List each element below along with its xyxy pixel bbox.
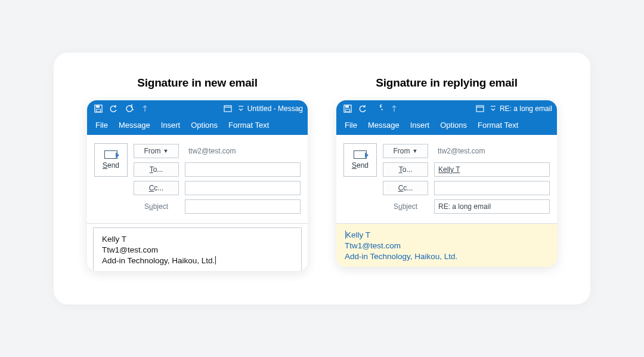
tab-message[interactable]: Message (368, 121, 400, 130)
from-button[interactable]: From▼ (383, 144, 428, 158)
up-arrow-icon[interactable] (138, 103, 151, 115)
window-icon[interactable] (221, 103, 234, 115)
tab-insert[interactable]: Insert (161, 121, 181, 130)
new-email-column: Signature in new email (87, 76, 308, 272)
tab-format-text[interactable]: Format Text (478, 121, 518, 130)
save-icon[interactable] (92, 103, 105, 115)
cc-input[interactable] (185, 181, 301, 195)
svg-rect-10 (476, 106, 484, 112)
signature-company: Add-in Technology, Haikou, Ltd. (345, 251, 549, 262)
chevron-down-icon: ▼ (163, 148, 169, 154)
header-fields: From▼ ttw2@test.com To... C (134, 143, 301, 217)
window-title: Untitled - Messag (247, 104, 303, 113)
svg-rect-2 (97, 109, 101, 112)
customize-qat-icon[interactable] (237, 103, 245, 115)
outlook-window-new: Untitled - Messag File Message Insert Op… (87, 100, 308, 272)
undo-icon[interactable] (107, 103, 120, 115)
ribbon-tabs: File Message Insert Options Format Text (87, 117, 308, 135)
compose-pane: Send From▼ ttw2@test.com To... (336, 135, 557, 223)
compose-pane: Send From▼ ttw2@test.com To... (87, 135, 308, 223)
tab-file[interactable]: File (345, 121, 357, 130)
envelope-icon (104, 150, 117, 159)
outlook-window-reply: RE: a long email File Message Insert Opt… (336, 100, 557, 267)
ribbon-tabs: File Message Insert Options Format Text (336, 117, 557, 135)
customize-qat-icon[interactable] (489, 103, 497, 115)
tab-insert[interactable]: Insert (410, 121, 430, 130)
message-body[interactable]: Kelly T Ttw1@test.com Add-in Technology,… (87, 223, 308, 272)
message-body[interactable]: Kelly T Ttw1@test.com Add-in Technology,… (336, 223, 557, 267)
svg-rect-4 (224, 106, 231, 112)
tab-file[interactable]: File (95, 121, 108, 130)
caption-new: Signature in new email (87, 76, 308, 90)
save-icon[interactable] (341, 103, 354, 115)
to-input[interactable] (434, 162, 550, 177)
subject-label: Subject (134, 199, 179, 214)
signature-block: Kelly T Ttw1@test.com Add-in Technology,… (93, 227, 302, 272)
to-button[interactable]: To... (383, 162, 428, 177)
send-label: Send (103, 161, 119, 170)
chevron-down-icon: ▼ (413, 148, 418, 154)
cc-button[interactable]: Cc... (134, 181, 179, 195)
tab-message[interactable]: Message (119, 121, 150, 130)
svg-rect-8 (345, 105, 349, 107)
titlebar: RE: a long email (336, 100, 557, 117)
text-cursor (215, 256, 216, 264)
tab-format-text[interactable]: Format Text (228, 121, 269, 130)
send-button[interactable]: Send (343, 143, 377, 177)
from-button[interactable]: From▼ (134, 144, 179, 158)
up-arrow-icon[interactable] (388, 103, 401, 115)
tab-options[interactable]: Options (191, 121, 218, 130)
comparison-card: Signature in new email (54, 53, 590, 305)
cc-input[interactable] (434, 181, 550, 195)
signature-email: Ttw1@test.com (345, 241, 549, 251)
subject-input[interactable] (185, 199, 301, 214)
signature-name: Kelly T (102, 234, 293, 245)
reply-email-column: Signature in replying email (336, 76, 557, 272)
subject-label: Subject (383, 199, 428, 214)
signature-name: Kelly T (345, 230, 549, 241)
redo-icon[interactable] (372, 103, 385, 115)
cc-button[interactable]: Cc... (383, 181, 428, 195)
signature-email: Ttw1@test.com (102, 245, 293, 256)
to-button[interactable]: To... (134, 162, 179, 177)
signature-company: Add-in Technology, Haikou, Ltd. (102, 256, 293, 266)
header-fields: From▼ ttw2@test.com To... C (383, 143, 550, 217)
tab-options[interactable]: Options (440, 121, 467, 130)
undo-icon[interactable] (357, 103, 370, 115)
svg-rect-9 (346, 109, 350, 112)
send-button[interactable]: Send (94, 143, 128, 177)
from-value: ttw2@test.com (434, 147, 550, 155)
envelope-icon (354, 150, 367, 159)
subject-input[interactable] (434, 199, 550, 214)
from-value: ttw2@test.com (185, 147, 301, 155)
redo-icon[interactable] (123, 103, 136, 115)
send-label: Send (352, 161, 369, 170)
svg-rect-1 (96, 105, 100, 107)
caption-reply: Signature in replying email (336, 76, 557, 90)
signature-block: Kelly T Ttw1@test.com Add-in Technology,… (336, 224, 557, 267)
window-title: RE: a long email (500, 104, 552, 113)
titlebar: Untitled - Messag (87, 100, 308, 117)
to-input[interactable] (185, 162, 301, 177)
window-icon[interactable] (473, 103, 487, 115)
